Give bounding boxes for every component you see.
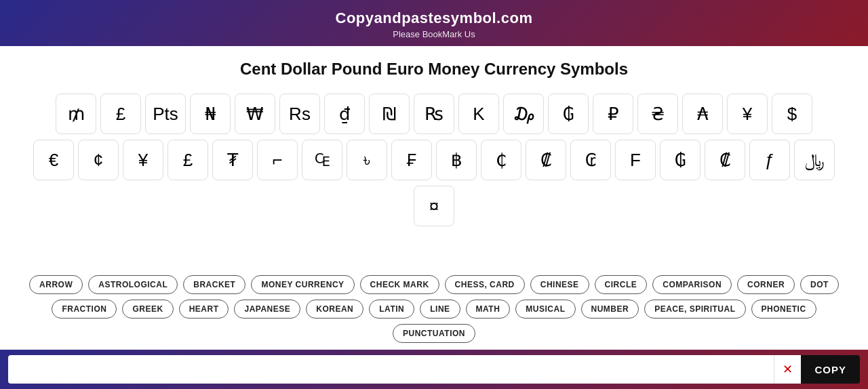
category-row: FRACTIONGREEKHEARTJAPANESEKOREANLATINLIN…	[14, 300, 854, 343]
category-button[interactable]: HEART	[179, 300, 229, 319]
symbol-cell[interactable]: ₢	[570, 140, 611, 180]
category-button[interactable]: LINE	[420, 300, 460, 319]
symbol-cell[interactable]: ৳	[347, 140, 387, 180]
category-button[interactable]: GREEK	[122, 300, 173, 319]
category-button[interactable]: CHINESE	[530, 275, 589, 294]
symbol-cell[interactable]: ₦	[190, 94, 231, 134]
symbol-cell[interactable]: ⌐	[257, 140, 298, 180]
category-button[interactable]: DOT	[800, 275, 839, 294]
category-button[interactable]: CORNER	[737, 275, 795, 294]
copy-input[interactable]	[8, 355, 774, 384]
symbol-cell[interactable]: ₨	[414, 94, 454, 134]
site-subtitle: Please BookMark Us	[0, 29, 868, 39]
category-button[interactable]: COMPARISON	[652, 275, 732, 294]
symbol-cell[interactable]: ₪	[369, 94, 410, 134]
category-button[interactable]: ASTROLOGICAL	[88, 275, 178, 294]
symbol-cell[interactable]: ¤	[414, 186, 454, 226]
category-button[interactable]: KOREAN	[306, 300, 363, 319]
symbol-cell[interactable]: ¢	[78, 140, 119, 180]
category-button[interactable]: PHONETIC	[751, 300, 816, 319]
symbol-cell[interactable]: ₲	[548, 94, 589, 134]
category-button[interactable]: PUNCTUATION	[393, 324, 475, 343]
symbol-cell[interactable]: €	[33, 140, 74, 180]
category-button[interactable]: FRACTION	[52, 300, 117, 319]
symbol-cell[interactable]: ₳	[682, 94, 723, 134]
symbol-cell[interactable]: ₡	[705, 140, 745, 180]
symbol-cell[interactable]: $	[772, 94, 812, 134]
symbol-cell[interactable]: ₡	[526, 140, 566, 180]
close-icon: ✕	[783, 362, 793, 377]
symbol-cell[interactable]: Rs	[279, 94, 320, 134]
bottom-bar: ✕ COPY	[0, 350, 868, 389]
symbol-cell[interactable]: ₩	[235, 94, 275, 134]
symbol-cell[interactable]: ₽	[593, 94, 633, 134]
symbol-cell[interactable]: K	[458, 94, 499, 134]
symbol-cell[interactable]: ₠	[302, 140, 342, 180]
page-title: Cent Dollar Pound Euro Money Currency Sy…	[20, 60, 848, 79]
symbol-cell[interactable]: ₮	[212, 140, 253, 180]
category-nav: ARROWASTROLOGICALBRACKETMONEY CURRENCYCH…	[0, 268, 868, 350]
category-button[interactable]: JAPANESE	[234, 300, 300, 319]
category-button[interactable]: CHECK MARK	[360, 275, 439, 294]
symbol-cell[interactable]: ﷼	[794, 140, 835, 180]
symbol-cell[interactable]: ₥	[56, 94, 96, 134]
main-content: Cent Dollar Pound Euro Money Currency Sy…	[0, 46, 868, 268]
category-button[interactable]: NUMBER	[581, 300, 639, 319]
symbol-cell[interactable]: ₲	[660, 140, 701, 180]
symbol-cell[interactable]: ₯	[503, 94, 544, 134]
symbol-row-3: ¤	[414, 186, 454, 226]
site-title: Copyandpastesymbol.com	[0, 9, 868, 27]
category-button[interactable]: MUSICAL	[515, 300, 575, 319]
symbol-cell[interactable]: ₴	[637, 94, 678, 134]
symbol-row-2: €¢¥£₮⌐₠৳₣฿₵₡₢F₲₡ƒ﷼	[33, 140, 835, 180]
category-button[interactable]: CIRCLE	[595, 275, 648, 294]
category-button[interactable]: MONEY CURRENCY	[251, 275, 354, 294]
category-button[interactable]: PEACE, SPIRITUAL	[644, 300, 745, 319]
category-row: ARROWASTROLOGICALBRACKETMONEY CURRENCYCH…	[29, 275, 839, 294]
symbol-cell[interactable]: ¥	[123, 140, 163, 180]
category-button[interactable]: BRACKET	[183, 275, 245, 294]
symbol-cell[interactable]: ₫	[324, 94, 365, 134]
symbol-cell[interactable]: ₣	[391, 140, 432, 180]
symbol-cell[interactable]: £	[167, 140, 208, 180]
clear-button[interactable]: ✕	[774, 355, 801, 384]
symbol-cell[interactable]: ƒ	[749, 140, 790, 180]
symbol-cell[interactable]: ฿	[436, 140, 477, 180]
category-button[interactable]: LATIN	[369, 300, 414, 319]
symbol-cell[interactable]: £	[100, 94, 141, 134]
symbol-cell[interactable]: ₵	[481, 140, 521, 180]
symbol-grid: ₥£Pts₦₩Rs₫₪₨K₯₲₽₴₳¥$ €¢¥£₮⌐₠৳₣฿₵₡₢F₲₡ƒ﷼ …	[20, 94, 848, 226]
symbol-cell[interactable]: Pts	[145, 94, 186, 134]
symbol-row-1: ₥£Pts₦₩Rs₫₪₨K₯₲₽₴₳¥$	[56, 94, 812, 134]
site-header: Copyandpastesymbol.com Please BookMark U…	[0, 0, 868, 46]
category-button[interactable]: CHESS, CARD	[445, 275, 525, 294]
category-button[interactable]: ARROW	[29, 275, 83, 294]
symbol-cell[interactable]: ¥	[727, 94, 768, 134]
category-button[interactable]: MATH	[466, 300, 511, 319]
copy-button[interactable]: COPY	[801, 355, 860, 384]
symbol-cell[interactable]: F	[615, 140, 656, 180]
